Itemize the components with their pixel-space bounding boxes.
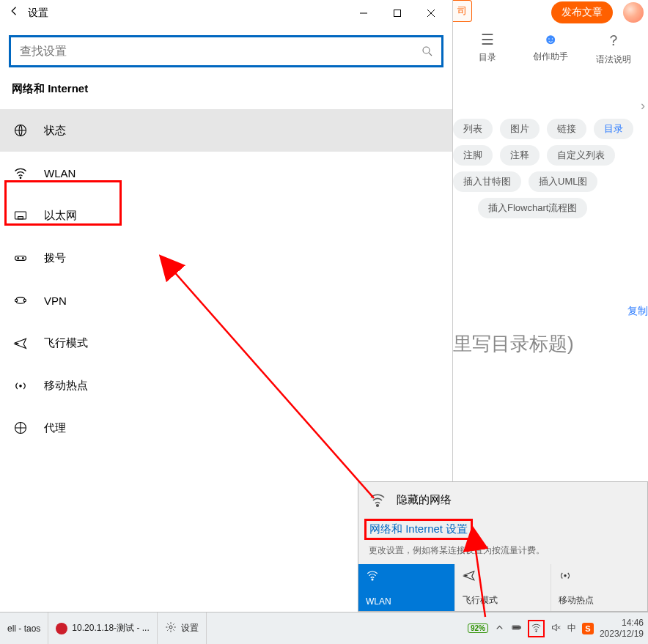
taskbar-item-shell[interactable]: ell - taos xyxy=(0,612,48,645)
editor-top-icons: ☰ 目录 ☻ 创作助手 ？ 语法说明 xyxy=(453,25,648,69)
tile-hotspot[interactable]: 移动热点 xyxy=(551,564,647,611)
taskbar-item-settings[interactable]: 设置 xyxy=(158,612,207,645)
help-button[interactable]: ？ 语法说明 xyxy=(592,31,636,66)
nav-label: 飞行模式 xyxy=(44,336,88,350)
nav-item-vpn[interactable]: VPN xyxy=(0,279,452,322)
titlebar: 设置 xyxy=(0,0,452,26)
nav-item-ethernet[interactable]: 以太网 xyxy=(0,194,452,237)
tray-wifi-icon[interactable] xyxy=(531,622,542,635)
svg-rect-22 xyxy=(520,626,520,629)
tag-image[interactable]: 图片 xyxy=(500,119,540,139)
battery-percent[interactable]: 92% xyxy=(468,623,488,633)
toc-button[interactable]: ☰ 目录 xyxy=(465,31,509,66)
tile-label: 飞行模式 xyxy=(463,594,544,607)
svg-rect-8 xyxy=(15,212,26,219)
nav-label: 状态 xyxy=(44,124,66,138)
icon-label: 语法说明 xyxy=(596,53,631,66)
hotspot-icon xyxy=(13,378,28,393)
sogou-ime-icon[interactable]: S xyxy=(582,623,594,634)
svg-point-13 xyxy=(15,299,18,301)
close-button[interactable] xyxy=(414,0,448,26)
tag-customlist[interactable]: 自定义列表 xyxy=(547,145,615,166)
tile-wlan[interactable]: WLAN xyxy=(358,564,455,611)
wifi-icon xyxy=(366,569,447,583)
section-title: 网络和 Internet xyxy=(0,76,452,109)
task-label: 设置 xyxy=(181,622,199,634)
back-button[interactable] xyxy=(4,0,25,26)
robot-icon: ☻ xyxy=(542,31,558,48)
tag-toc[interactable]: 目录 xyxy=(594,119,633,139)
list-icon: ☰ xyxy=(481,31,494,48)
nav-item-airplane[interactable]: 飞行模式 xyxy=(0,322,452,364)
wifi-icon xyxy=(369,491,386,508)
taskbar: ell - taos 10.20.1.18-测试 - ... 设置 92% 中 … xyxy=(0,612,648,644)
nav-item-dialup[interactable]: 拨号 xyxy=(0,237,452,279)
tile-label: WLAN xyxy=(366,596,447,607)
publish-button[interactable]: 发布文章 xyxy=(551,1,613,23)
copy-link[interactable]: 复制 xyxy=(627,305,648,318)
icon-label: 创作助手 xyxy=(533,51,568,63)
tag-gantt[interactable]: 插入甘特图 xyxy=(453,171,521,192)
volume-muted-icon[interactable] xyxy=(551,622,562,635)
svg-point-12 xyxy=(23,258,24,259)
svg-rect-23 xyxy=(513,626,519,629)
assistant-button[interactable]: ☻ 创作助手 xyxy=(529,31,572,66)
task-label: ell - taos xyxy=(7,623,40,634)
search-wrap xyxy=(0,26,452,76)
hidden-network-label[interactable]: 隐藏的网络 xyxy=(397,493,452,507)
editor-heading-fragment: 里写目录标题) xyxy=(453,331,574,357)
tag-footnote[interactable]: 注脚 xyxy=(453,145,493,166)
network-settings-link[interactable]: 网络和 Internet 设置 xyxy=(369,522,468,535)
chevron-up-icon[interactable] xyxy=(494,622,505,635)
icon-label: 目录 xyxy=(479,51,496,64)
tag-annotation[interactable]: 注释 xyxy=(500,145,540,166)
nav-label: 拨号 xyxy=(44,251,66,265)
header-fragment: 司 xyxy=(453,0,472,22)
task-label: 10.20.1.18-测试 - ... xyxy=(72,622,149,634)
search-box[interactable] xyxy=(9,35,443,67)
avatar[interactable] xyxy=(623,2,644,23)
tag-list[interactable]: 列表 xyxy=(453,119,493,139)
nav-label: WLAN xyxy=(44,167,76,179)
tile-airplane[interactable]: 飞行模式 xyxy=(455,564,552,611)
ethernet-icon xyxy=(13,208,28,223)
wifi-icon xyxy=(13,166,28,180)
ime-indicator[interactable]: 中 xyxy=(567,622,576,634)
battery-icon[interactable] xyxy=(511,622,522,635)
nav-item-status[interactable]: 状态 xyxy=(0,109,452,152)
proxy-icon xyxy=(13,421,28,435)
annotation-tray-wifi-highlight xyxy=(528,620,545,637)
airplane-icon xyxy=(463,569,544,583)
maximize-button[interactable] xyxy=(380,0,414,26)
svg-point-11 xyxy=(18,258,19,259)
window-title: 设置 xyxy=(28,7,48,20)
nav-item-wlan[interactable]: WLAN xyxy=(0,152,452,194)
svg-point-19 xyxy=(564,575,566,577)
system-tray: 92% 中 S 14:46 2023/12/19 xyxy=(468,618,648,640)
svg-rect-9 xyxy=(18,217,23,219)
search-input[interactable] xyxy=(18,44,421,59)
svg-rect-1 xyxy=(394,10,401,17)
editor-header: 发布文章 xyxy=(453,0,648,25)
nav-item-hotspot[interactable]: 移动热点 xyxy=(0,364,452,407)
chevron-right-icon[interactable]: › xyxy=(641,98,645,114)
tile-label: 移动热点 xyxy=(559,594,640,607)
svg-point-24 xyxy=(536,630,537,632)
nav-item-proxy[interactable]: 代理 xyxy=(0,407,452,449)
hotspot-icon xyxy=(559,569,640,583)
vpn-icon xyxy=(13,293,28,308)
taskbar-item-remote[interactable]: 10.20.1.18-测试 - ... xyxy=(48,612,157,645)
tag-uml[interactable]: 插入UML图 xyxy=(529,171,597,192)
tag-link[interactable]: 链接 xyxy=(547,119,586,139)
clock[interactable]: 14:46 2023/12/19 xyxy=(600,618,644,640)
airplane-icon xyxy=(13,336,28,350)
tag-flowchart[interactable]: 插入Flowchart流程图 xyxy=(478,198,587,218)
dialup-icon xyxy=(13,251,28,265)
nav-label: 移动热点 xyxy=(44,379,88,393)
gear-icon xyxy=(165,621,177,635)
svg-point-17 xyxy=(377,505,379,507)
minimize-button[interactable] xyxy=(347,0,380,26)
clock-time: 14:46 xyxy=(622,618,644,629)
search-icon xyxy=(421,45,434,58)
svg-point-20 xyxy=(169,626,172,629)
